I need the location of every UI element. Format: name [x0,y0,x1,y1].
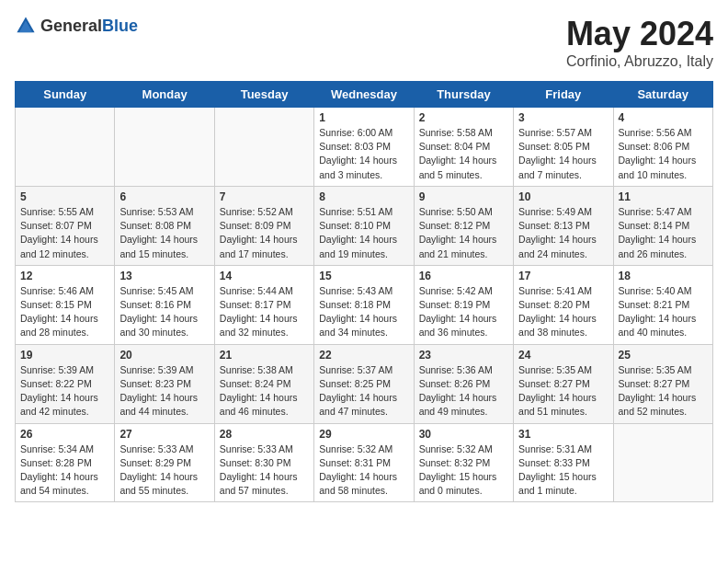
cell-line: Sunrise: 5:41 AM [518,285,592,296]
cell-line: and 42 minutes. [20,406,89,417]
calendar-cell: 13Sunrise: 5:45 AMSunset: 8:16 PMDayligh… [115,265,214,344]
cell-line: Sunrise: 5:49 AM [518,206,592,217]
weekday-header-friday: Friday [514,82,613,108]
cell-line: Sunrise: 5:50 AM [419,206,493,217]
cell-line: Sunrise: 5:43 AM [319,285,392,296]
cell-line: Daylight: 14 hours [20,392,98,403]
cell-line: Sunrise: 5:34 AM [20,443,94,454]
cell-line: Sunrise: 5:47 AM [619,206,692,217]
cell-line: Sunrise: 5:33 AM [119,443,193,454]
weekday-header-tuesday: Tuesday [214,82,313,108]
cell-line: Daylight: 15 hours [518,471,597,482]
day-number: 2 [419,111,508,124]
cell-line: Daylight: 14 hours [518,234,597,245]
cell-line: and 51 minutes. [518,406,587,417]
day-number: 6 [119,190,209,203]
cell-line: Sunrise: 5:40 AM [619,285,692,296]
day-number: 23 [419,349,508,362]
cell-content: Sunrise: 5:41 AMSunset: 8:20 PMDaylight:… [518,284,608,340]
calendar-table: SundayMondayTuesdayWednesdayThursdayFrid… [15,81,713,502]
cell-content: Sunrise: 5:38 AMSunset: 8:24 PMDaylight:… [220,363,309,419]
day-number: 19 [20,349,109,362]
cell-line: Sunrise: 5:37 AM [319,364,392,375]
cell-line: Sunrise: 5:38 AM [220,364,293,375]
calendar-cell: 16Sunrise: 5:42 AMSunset: 8:19 PMDayligh… [414,265,513,344]
cell-line: Sunset: 8:32 PM [419,457,491,468]
cell-content: Sunrise: 5:37 AMSunset: 8:25 PMDaylight:… [319,363,408,419]
cell-line: Sunset: 8:14 PM [619,220,690,231]
cell-line: Daylight: 14 hours [518,392,597,403]
cell-content: Sunrise: 5:58 AMSunset: 8:04 PMDaylight:… [419,126,508,182]
calendar-cell: 22Sunrise: 5:37 AMSunset: 8:25 PMDayligh… [314,344,414,423]
cell-line: Daylight: 14 hours [119,313,198,324]
cell-content: Sunrise: 5:32 AMSunset: 8:32 PMDaylight:… [419,442,508,499]
weekday-header-row: SundayMondayTuesdayWednesdayThursdayFrid… [16,82,713,108]
calendar-cell: 19Sunrise: 5:39 AMSunset: 8:22 PMDayligh… [16,344,115,423]
calendar-cell: 1Sunrise: 6:00 AMSunset: 8:03 PMDaylight… [314,108,414,187]
cell-line: Daylight: 14 hours [319,234,397,245]
cell-line: Sunset: 8:04 PM [419,141,491,152]
cell-line: and 46 minutes. [220,406,289,417]
cell-line: Daylight: 14 hours [619,313,697,324]
cell-line: Sunrise: 5:39 AM [20,364,94,375]
day-number: 29 [319,428,408,441]
cell-line: Sunrise: 5:58 AM [419,127,493,138]
calendar-cell: 12Sunrise: 5:46 AMSunset: 8:15 PMDayligh… [16,265,115,344]
cell-line: and 3 minutes. [319,169,382,180]
cell-line: Sunrise: 5:32 AM [319,443,392,454]
cell-line: Sunset: 8:09 PM [220,220,291,231]
cell-content: Sunrise: 5:51 AMSunset: 8:10 PMDaylight:… [319,205,408,261]
cell-line: Sunrise: 5:46 AM [20,285,94,296]
calendar-cell [613,423,712,502]
cell-line: and 26 minutes. [619,248,688,259]
day-number: 20 [119,349,209,362]
page-header: GeneralBlue May 2024 Corfinio, Abruzzo, … [15,15,713,70]
calendar-cell: 20Sunrise: 5:39 AMSunset: 8:23 PMDayligh… [115,344,214,423]
cell-line: and 52 minutes. [619,406,688,417]
cell-line: Daylight: 14 hours [319,471,397,482]
cell-line: Sunrise: 5:45 AM [119,285,193,296]
cell-line: Sunrise: 5:35 AM [619,364,692,375]
cell-line: and 36 minutes. [419,327,488,338]
cell-line: Sunset: 8:10 PM [319,220,391,231]
logo-icon [15,15,37,37]
cell-content: Sunrise: 5:44 AMSunset: 8:17 PMDaylight:… [220,284,309,340]
cell-line: Daylight: 14 hours [220,313,298,324]
cell-line: and 19 minutes. [319,248,388,259]
day-number: 18 [619,270,708,282]
cell-content: Sunrise: 5:35 AMSunset: 8:27 PMDaylight:… [518,363,608,419]
logo: GeneralBlue [15,15,138,37]
day-number: 1 [319,111,408,124]
cell-line: Sunset: 8:27 PM [619,378,690,389]
cell-line: Daylight: 14 hours [419,392,497,403]
calendar-cell: 18Sunrise: 5:40 AMSunset: 8:21 PMDayligh… [613,265,712,344]
cell-line: Daylight: 14 hours [119,234,198,245]
cell-line: Sunrise: 5:52 AM [220,206,293,217]
cell-content: Sunrise: 5:32 AMSunset: 8:31 PMDaylight:… [319,442,408,499]
cell-line: Sunset: 8:16 PM [119,299,191,310]
cell-line: and 57 minutes. [220,485,289,496]
calendar-cell: 30Sunrise: 5:32 AMSunset: 8:32 PMDayligh… [414,423,513,502]
day-number: 13 [119,270,209,282]
cell-line: Sunrise: 6:00 AM [319,127,392,138]
cell-line: Sunrise: 5:31 AM [518,443,592,454]
cell-line: Daylight: 14 hours [220,392,298,403]
day-number: 28 [220,428,309,441]
cell-line: Daylight: 15 hours [419,471,497,482]
cell-line: Sunset: 8:03 PM [319,141,391,152]
cell-line: Sunset: 8:12 PM [419,220,491,231]
calendar-week-row: 12Sunrise: 5:46 AMSunset: 8:15 PMDayligh… [16,265,713,344]
cell-line: and 7 minutes. [518,169,582,180]
cell-content: Sunrise: 5:42 AMSunset: 8:19 PMDaylight:… [419,284,508,340]
cell-content: Sunrise: 5:55 AMSunset: 8:07 PMDaylight:… [20,205,109,261]
day-number: 7 [220,190,309,203]
day-number: 10 [518,190,608,203]
calendar-cell: 2Sunrise: 5:58 AMSunset: 8:04 PMDaylight… [414,108,513,187]
cell-line: Sunrise: 5:42 AM [419,285,493,296]
weekday-header-monday: Monday [115,82,214,108]
calendar-cell: 8Sunrise: 5:51 AMSunset: 8:10 PMDaylight… [314,186,414,265]
cell-line: and 58 minutes. [319,485,388,496]
day-number: 30 [419,428,508,441]
cell-line: and 55 minutes. [119,485,188,496]
cell-line: Sunset: 8:17 PM [220,299,291,310]
